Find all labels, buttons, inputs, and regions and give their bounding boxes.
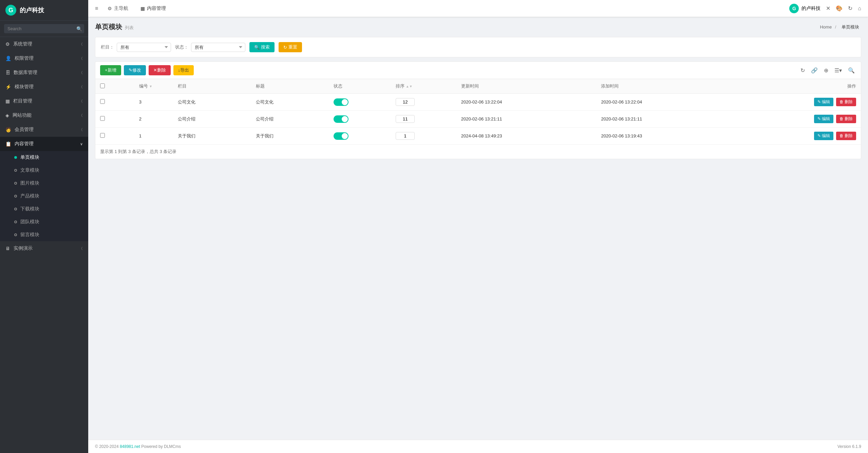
row-edit-button[interactable]: ✎ 编辑 xyxy=(814,115,833,123)
status-toggle[interactable] xyxy=(334,115,348,123)
sidebar-item-site[interactable]: ◈ 网站功能 〈 xyxy=(0,108,88,122)
sidebar-item-article[interactable]: 文章模块 xyxy=(0,164,88,177)
footer-version: Version 6.1.9 xyxy=(837,444,861,449)
row-update-time: 2020-02-06 13:21:11 xyxy=(456,111,597,128)
sidebar-item-demo[interactable]: 🖥 实例演示 〈 xyxy=(0,241,88,256)
row-checkbox xyxy=(95,128,134,145)
sidebar-item-message[interactable]: 留言模块 xyxy=(0,228,88,241)
row-column: 公司介绍 xyxy=(173,111,251,128)
add-button[interactable]: +新增 xyxy=(100,65,121,75)
filter-column: 栏目： 所有 公司文化 公司介绍 关于我们 xyxy=(101,43,171,52)
sidebar-item-label: 实例演示 xyxy=(14,245,33,251)
sidebar-item-system[interactable]: ⚙ 系统管理 〈 xyxy=(0,37,88,51)
page-header: 单页模块 列表 Home / 单页模块 xyxy=(95,22,861,32)
db-icon: 🗄 xyxy=(5,70,10,75)
sidebar: G 的卢科技 🔍 ⚙ 系统管理 〈 👤 权限管理 〈 🗄 数据库管理 〈 ⚡ 模… xyxy=(0,0,88,453)
chevron-icon: 〈 xyxy=(79,42,83,47)
row-delete-button[interactable]: 🗑 删除 xyxy=(836,115,856,123)
row-edit-button[interactable]: ✎ 编辑 xyxy=(814,98,833,106)
search-tool-icon[interactable]: 🔍 xyxy=(847,66,856,75)
sidebar-item-download[interactable]: 下载模块 xyxy=(0,203,88,215)
row-add-time: 2020-02-06 13:19:43 xyxy=(596,128,736,145)
sidebar-item-module[interactable]: ⚡ 模块管理 〈 xyxy=(0,80,88,94)
topbar-nav-content[interactable]: ▦ 内容管理 xyxy=(138,4,169,13)
row-select-checkbox[interactable] xyxy=(100,116,105,121)
row-edit-button[interactable]: ✎ 编辑 xyxy=(814,132,833,140)
search-button[interactable]: 🔍 搜索 xyxy=(249,42,275,52)
row-actions: ✎ 编辑 🗑 删除 xyxy=(736,111,861,128)
search-button[interactable]: 🔍 xyxy=(76,26,82,32)
sidebar-item-content[interactable]: 📋 内容管理 ∨ xyxy=(0,137,88,151)
col-header-order[interactable]: 排序 ▲▼ xyxy=(391,79,456,94)
filter-column-label: 栏目： xyxy=(101,44,114,50)
row-status xyxy=(329,111,391,128)
order-input[interactable] xyxy=(396,98,415,106)
link-icon[interactable]: 🔗 xyxy=(810,66,819,75)
expand-icon[interactable]: ⊕ xyxy=(823,66,830,75)
col-header-id[interactable]: 编号 ▼ xyxy=(134,79,173,94)
topbar-nav-main[interactable]: ⚙ 主导航 xyxy=(105,4,131,13)
breadcrumb-separator: / xyxy=(835,24,836,30)
footer-site-link[interactable]: 848981.net xyxy=(120,444,140,449)
chevron-icon: 〈 xyxy=(79,99,83,104)
row-select-checkbox[interactable] xyxy=(100,133,105,138)
sidebar-group-content: 📋 内容管理 ∨ 单页模块 文章模块 图片模块 产品模块 下载模块 团队模块 xyxy=(0,137,88,241)
sidebar-item-single[interactable]: 单页模块 xyxy=(0,151,88,164)
sidebar-item-label: 数据库管理 xyxy=(14,70,37,76)
close-icon[interactable]: ✕ xyxy=(826,5,830,12)
sub-item-label: 产品模块 xyxy=(20,193,39,199)
chevron-icon: 〈 xyxy=(79,84,83,90)
row-update-time: 2020-02-06 13:22:04 xyxy=(456,94,597,111)
row-status xyxy=(329,128,391,145)
sidebar-item-member[interactable]: 🧑 会员管理 〈 xyxy=(0,122,88,137)
home-icon[interactable]: ⌂ xyxy=(858,5,861,12)
menu-icon[interactable]: ≡ xyxy=(95,5,98,12)
search-input[interactable] xyxy=(4,24,84,33)
status-toggle[interactable] xyxy=(334,98,348,106)
refresh-tool-icon[interactable]: ↻ xyxy=(799,66,806,75)
topbar-right: G 的卢科技 ✕ 🎨 ↻ ⌂ xyxy=(789,4,861,13)
row-actions: ✎ 编辑 🗑 删除 xyxy=(736,128,861,145)
palette-icon[interactable]: 🎨 xyxy=(836,5,843,12)
chevron-icon: 〈 xyxy=(79,56,83,61)
row-add-time: 2020-02-06 13:22:04 xyxy=(596,94,736,111)
select-all-checkbox[interactable] xyxy=(100,83,105,88)
status-select[interactable]: 所有 启用 禁用 xyxy=(191,43,245,52)
page-content-area: 单页模块 列表 Home / 单页模块 栏目： 所有 公司文化 公司介绍 关于我… xyxy=(88,17,868,440)
circle-icon xyxy=(14,182,17,185)
reset-button[interactable]: ↻ 重置 xyxy=(279,42,302,52)
column-select[interactable]: 所有 公司文化 公司介绍 关于我们 xyxy=(117,43,171,52)
order-input[interactable] xyxy=(396,132,415,140)
row-select-checkbox[interactable] xyxy=(100,99,105,104)
columns-icon[interactable]: ☰▾ xyxy=(833,66,843,75)
sidebar-item-product[interactable]: 产品模块 xyxy=(0,190,88,203)
sidebar-item-db[interactable]: 🗄 数据库管理 〈 xyxy=(0,65,88,80)
system-icon: ⚙ xyxy=(5,41,10,47)
logo-icon: G xyxy=(5,5,16,16)
row-id: 2 xyxy=(134,111,173,128)
table-row: 1 关于我们 关于我们 2024-04-08 13:49:23 2020-02-… xyxy=(95,128,861,145)
table-toolbar: +新增 ✎修改 ✕删除 ↓导出 ↻ 🔗 ⊕ ☰▾ 🔍 xyxy=(95,61,861,79)
delete-button[interactable]: ✕删除 xyxy=(149,65,171,75)
col-header-status: 状态 xyxy=(329,79,391,94)
breadcrumb-home[interactable]: Home xyxy=(820,24,832,30)
table-row: 3 公司文化 公司文化 2020-02-06 13:22:04 2020-02-… xyxy=(95,94,861,111)
order-input[interactable] xyxy=(396,115,415,123)
content-icon: 📋 xyxy=(5,141,11,147)
row-add-time: 2020-02-06 13:21:11 xyxy=(596,111,736,128)
refresh-icon[interactable]: ↻ xyxy=(848,5,852,12)
sidebar-item-label: 会员管理 xyxy=(15,127,34,133)
status-toggle[interactable] xyxy=(334,132,348,140)
sidebar-item-team[interactable]: 团队模块 xyxy=(0,215,88,228)
sidebar-item-column[interactable]: ▦ 栏目管理 〈 xyxy=(0,94,88,108)
sidebar-item-auth[interactable]: 👤 权限管理 〈 xyxy=(0,51,88,65)
chevron-icon: 〈 xyxy=(79,70,83,75)
row-delete-button[interactable]: 🗑 删除 xyxy=(836,132,856,140)
row-order xyxy=(391,128,456,145)
sidebar-item-image[interactable]: 图片模块 xyxy=(0,177,88,190)
edit-button[interactable]: ✎修改 xyxy=(124,65,146,75)
row-delete-button[interactable]: 🗑 删除 xyxy=(836,98,856,106)
row-order xyxy=(391,94,456,111)
sub-item-label: 图片模块 xyxy=(20,180,39,186)
export-button[interactable]: ↓导出 xyxy=(173,65,194,75)
